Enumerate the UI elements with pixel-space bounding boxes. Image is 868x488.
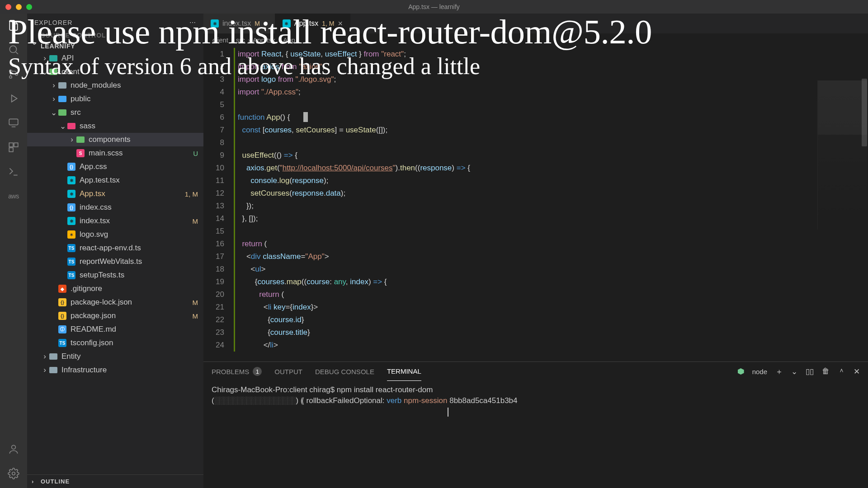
tree-folder[interactable]: ›API <box>27 52 203 65</box>
panel-maximize-icon[interactable]: ＾ <box>838 366 845 377</box>
tree-file[interactable]: {}index.css <box>27 201 203 214</box>
kill-terminal-icon[interactable]: 🗑 <box>822 367 830 376</box>
breadcrumbs[interactable]: client›src›App.tsx›App <box>203 33 868 46</box>
tree-file[interactable]: ⚛App.test.tsx <box>27 174 203 187</box>
code-line[interactable]: }); <box>234 200 868 212</box>
settings-gear-icon[interactable] <box>7 467 20 480</box>
code-line[interactable]: <div className="App"> <box>234 250 868 263</box>
breadcrumb-item[interactable]: App.tsx <box>253 36 275 44</box>
code-line[interactable]: <ul> <box>234 263 868 276</box>
aws-icon[interactable]: aws <box>7 190 20 202</box>
minimap-slider[interactable] <box>818 80 867 135</box>
run-debug-icon[interactable] <box>7 92 20 105</box>
code-line[interactable]: import logo from "./logo.svg"; <box>234 73 868 86</box>
outline-section[interactable]: › OUTLINE <box>27 474 203 488</box>
tree-file[interactable]: {}App.css <box>27 160 203 174</box>
tree-folder[interactable]: ›components <box>27 133 203 146</box>
terminal-dropdown-icon[interactable]: ⌄ <box>791 367 797 376</box>
code-line[interactable]: setCourses(response.data); <box>234 187 868 200</box>
code-line[interactable] <box>234 225 868 238</box>
tree-folder[interactable]: ›Infrastructure <box>27 363 203 377</box>
tree-file[interactable]: TStsconfig.json <box>27 336 203 350</box>
tree-file[interactable]: TSreportWebVitals.ts <box>27 255 203 268</box>
split-terminal-icon[interactable]: ▯▯ <box>806 367 814 376</box>
code-line[interactable]: const [courses, setCourses] = useState([… <box>234 124 868 136</box>
tree-file[interactable]: TSreact-app-env.d.ts <box>27 241 203 255</box>
accounts-icon[interactable] <box>7 443 20 455</box>
code-line[interactable]: axios.get("http://localhost:5000/api/cou… <box>234 162 868 174</box>
code-line[interactable]: import React, { useState, useEffect } fr… <box>234 48 868 61</box>
tree-label: sass <box>80 122 198 131</box>
breadcrumb-item[interactable]: client <box>212 36 228 44</box>
code-line[interactable] <box>234 136 868 149</box>
tree-folder[interactable]: ›Entity <box>27 350 203 363</box>
remote-explorer-icon[interactable] <box>7 117 20 129</box>
code-line[interactable]: {course.id} <box>234 314 868 326</box>
scrollbar-thumb[interactable] <box>862 79 867 146</box>
tree-file[interactable]: {}package.jsonM <box>27 309 203 323</box>
svg-rect-4 <box>9 119 18 125</box>
code-line[interactable]: return ( <box>234 238 868 250</box>
panel-close-icon[interactable]: ✕ <box>854 367 860 376</box>
tree-file[interactable]: ✶logo.svg <box>27 228 203 241</box>
tree-file[interactable]: TSsetupTests.ts <box>27 268 203 282</box>
code-line[interactable]: return ( <box>234 288 868 301</box>
minimap[interactable] <box>817 80 867 230</box>
tree-file[interactable]: ⚛App.tsx1, M <box>27 187 203 201</box>
close-window-button[interactable] <box>5 4 11 10</box>
editor-tab[interactable]: ⚛index.tsxM <box>203 14 275 33</box>
tab-debug-console[interactable]: DEBUG CONSOLE <box>315 362 374 381</box>
tree-folder[interactable]: ›public <box>27 92 203 106</box>
editor-body[interactable]: 123456789101112131415161718192021222324 … <box>203 46 868 361</box>
tab-close-icon[interactable]: × <box>338 19 343 28</box>
sidebar-more-icon[interactable]: ⋯ <box>189 19 196 26</box>
code-line[interactable]: useEffect(() => { <box>234 149 868 162</box>
tree-label: Infrastructure <box>61 366 198 375</box>
search-icon[interactable] <box>7 43 20 56</box>
code-line[interactable]: }, []); <box>234 212 868 225</box>
editor-tab[interactable]: ⚛App.tsx1, M× <box>275 14 350 33</box>
minimize-window-button[interactable] <box>16 4 22 10</box>
project-section[interactable]: › LEARNIFY <box>27 41 203 52</box>
terminal-shortcut-icon[interactable] <box>7 165 20 178</box>
tree-file[interactable]: ⓘREADME.md <box>27 323 203 336</box>
editor-scrollbar[interactable] <box>861 79 868 361</box>
new-terminal-icon[interactable]: ＋ <box>775 366 783 377</box>
code-line[interactable] <box>234 99 868 111</box>
tree-label: src <box>71 108 198 117</box>
tree-file[interactable]: {}package-lock.jsonM <box>27 296 203 309</box>
tab-problems[interactable]: PROBLEMS 1 <box>212 362 262 381</box>
source-control-icon[interactable] <box>7 68 20 80</box>
extensions-icon[interactable] <box>7 141 20 154</box>
code-line[interactable]: import axios from "axios"; <box>234 61 868 73</box>
tab-terminal[interactable]: TERMINAL <box>387 362 421 381</box>
explorer-icon[interactable] <box>7 19 20 32</box>
code-line[interactable]: <li key={index}> <box>234 301 868 314</box>
tree-file[interactable]: Smain.scssU <box>27 146 203 160</box>
breadcrumb-item[interactable]: App <box>283 36 295 44</box>
tree-folder[interactable]: ›node_modules <box>27 79 203 92</box>
tree-folder[interactable]: ⌄sass <box>27 119 203 133</box>
code-line[interactable]: </li> <box>234 339 868 352</box>
tree-label: components <box>89 135 198 144</box>
terminal-body[interactable]: Chirags-MacBook-Pro:client chirag$ npm i… <box>203 381 868 488</box>
tree-folder[interactable]: ⌄client <box>27 65 203 79</box>
code-line[interactable]: function App() { <box>234 111 868 124</box>
code-line[interactable]: {courses.map((course: any, index) => { <box>234 276 868 288</box>
code-area[interactable]: import React, { useState, useEffect } fr… <box>232 46 868 361</box>
code-line[interactable]: import "./App.css"; <box>234 86 868 99</box>
panel-tabs: PROBLEMS 1 OUTPUT DEBUG CONSOLE TERMINAL… <box>203 362 868 381</box>
chevron-right-icon: › <box>41 366 49 375</box>
tree-file[interactable]: ⚛index.tsxM <box>27 214 203 228</box>
zoom-window-button[interactable] <box>26 4 32 10</box>
tab-output[interactable]: OUTPUT <box>274 362 302 381</box>
svg-point-2 <box>9 76 12 78</box>
breadcrumb-item[interactable]: src <box>236 36 245 44</box>
code-line[interactable]: {course.title} <box>234 326 868 339</box>
tree-file[interactable]: ◆.gitignore <box>27 282 203 296</box>
code-line[interactable]: console.log(response); <box>234 174 868 187</box>
line-number: 21 <box>203 301 224 314</box>
tree-folder[interactable]: ⌄src <box>27 106 203 119</box>
shell-name[interactable]: node <box>752 368 767 375</box>
source-control-section[interactable]: › SOURCE CONTROL <box>27 30 203 41</box>
